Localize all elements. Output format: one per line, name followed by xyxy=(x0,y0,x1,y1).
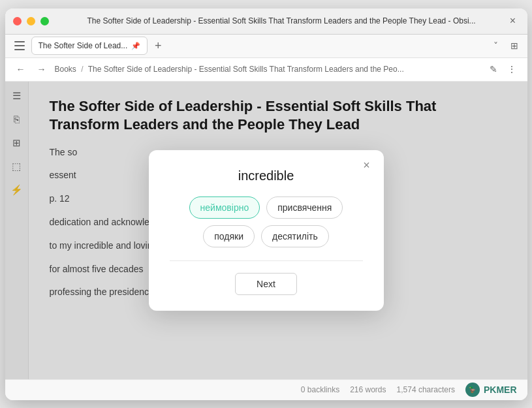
choice-3[interactable]: десятиліть xyxy=(261,225,329,247)
more-options-button[interactable]: ⋮ xyxy=(504,61,520,77)
pkmer-label: PKMER xyxy=(484,384,517,395)
modal-close-button[interactable]: × xyxy=(359,158,375,174)
svg-rect-2 xyxy=(14,49,25,50)
words-count: 216 words xyxy=(350,385,386,394)
minimize-window-button[interactable] xyxy=(27,17,35,25)
vocabulary-modal: × incredible неймовірно присвячення подя… xyxy=(149,150,384,311)
svg-rect-0 xyxy=(14,41,25,42)
title-bar: The Softer Side of Leadership - Essentia… xyxy=(5,8,527,35)
tab-bar: The Softer Side of Lead... 📌 + ˅ ⊞ xyxy=(5,35,527,58)
status-bar: 0 backlinks 216 words 1,574 characters 🦆… xyxy=(5,379,527,400)
sidebar-toggle-button[interactable] xyxy=(10,37,29,55)
nav-bar-right: ✎ ⋮ xyxy=(486,61,520,77)
edit-button[interactable]: ✎ xyxy=(486,61,501,77)
tab-bar-right: ˅ ⊞ xyxy=(488,38,522,54)
next-button[interactable]: Next xyxy=(235,273,297,295)
sidebar-toggle-icon xyxy=(14,41,25,50)
app-window: The Softer Side of Leadership - Essentia… xyxy=(5,8,527,400)
main-layout: ☰ ⎘ ⊞ ⬚ ⚡ The Softer Side of Leadership … xyxy=(5,82,527,379)
window-title: The Softer Side of Leadership - Essentia… xyxy=(57,16,507,25)
backlinks-count: 0 backlinks xyxy=(301,385,339,394)
window-close-button[interactable]: × xyxy=(507,14,520,27)
pin-icon: 📌 xyxy=(131,42,140,50)
close-window-button[interactable] xyxy=(13,17,22,25)
tab-chevron-down-button[interactable]: ˅ xyxy=(488,38,504,54)
pkmer-branding: 🦆 PKMER xyxy=(465,383,517,397)
modal-word: incredible xyxy=(170,168,363,183)
tab-title: The Softer Side of Lead... xyxy=(39,41,128,50)
pkmer-logo-icon: 🦆 xyxy=(465,383,480,397)
modal-divider xyxy=(170,260,363,261)
add-tab-button[interactable]: + xyxy=(150,38,166,54)
chars-count: 1,574 characters xyxy=(397,385,455,394)
modal-overlay: × incredible неймовірно присвячення подя… xyxy=(5,82,527,379)
choice-1[interactable]: присвячення xyxy=(266,196,343,219)
breadcrumb-sep-1: / xyxy=(81,65,83,74)
breadcrumb: Books / The Softer Side of Leadership - … xyxy=(55,65,480,74)
choice-0[interactable]: неймовірно xyxy=(189,196,260,219)
maximize-window-button[interactable] xyxy=(40,17,49,25)
breadcrumb-page: The Softer Side of Leadership - Essentia… xyxy=(88,65,404,74)
modal-choices: неймовірно присвячення подяки десятиліть xyxy=(170,196,363,247)
tab-layout-button[interactable]: ⊞ xyxy=(507,38,522,54)
window-controls xyxy=(13,17,49,25)
active-tab[interactable]: The Softer Side of Lead... 📌 xyxy=(31,37,148,55)
choice-2[interactable]: подяки xyxy=(203,225,255,247)
forward-button[interactable]: → xyxy=(34,61,50,77)
breadcrumb-root: Books xyxy=(55,65,76,74)
nav-bar: ← → Books / The Softer Side of Leadershi… xyxy=(5,58,527,82)
svg-rect-1 xyxy=(14,45,25,46)
back-button[interactable]: ← xyxy=(13,61,29,77)
